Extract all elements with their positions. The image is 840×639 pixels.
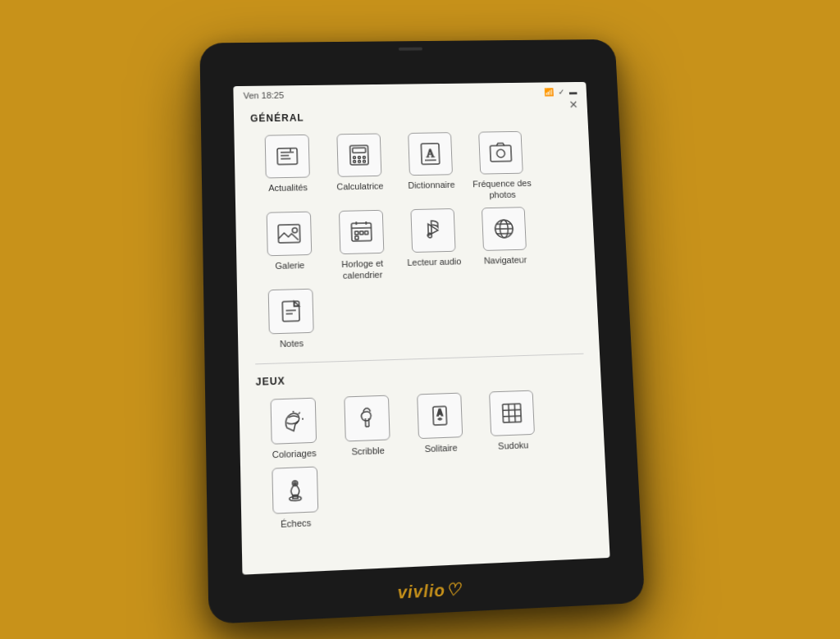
svg-rect-20 bbox=[355, 230, 358, 234]
app-coloriages[interactable]: Coloriages bbox=[256, 397, 331, 461]
jeux-apps-grid: Coloriages Scribble A Solit bbox=[256, 388, 591, 530]
horloge-icon bbox=[339, 209, 384, 253]
notes-icon bbox=[268, 288, 314, 334]
frequence-photos-label: Fréquence des photos bbox=[467, 177, 538, 201]
scribble-icon bbox=[344, 395, 390, 442]
coloriages-icon bbox=[271, 398, 317, 445]
actualites-label: Actualités bbox=[268, 181, 308, 194]
sudoku-label: Sudoku bbox=[498, 439, 529, 452]
navigateur-icon bbox=[482, 206, 527, 250]
svg-text:A: A bbox=[426, 147, 434, 159]
calculatrice-label: Calculatrice bbox=[336, 180, 383, 192]
svg-line-35 bbox=[509, 404, 509, 422]
solitaire-icon: A bbox=[417, 393, 463, 440]
svg-rect-22 bbox=[365, 230, 368, 234]
svg-rect-21 bbox=[360, 230, 363, 234]
svg-rect-32 bbox=[503, 404, 522, 422]
device-screen: Ven 18:25 📶 ✓ ▬ × GÉNÉRAL bbox=[233, 81, 609, 574]
lecteur-audio-icon bbox=[410, 208, 455, 252]
svg-rect-12 bbox=[490, 145, 511, 162]
horloge-label: Horloge et calendrier bbox=[326, 256, 399, 281]
app-lecteur-audio[interactable]: Lecteur audio bbox=[397, 208, 471, 280]
close-button[interactable]: × bbox=[569, 97, 578, 111]
top-notch bbox=[399, 47, 422, 50]
app-galerie[interactable]: Galerie bbox=[252, 210, 326, 283]
svg-point-5 bbox=[363, 156, 365, 158]
calculatrice-icon bbox=[336, 133, 381, 176]
app-frequence-photos[interactable]: Fréquence des photos bbox=[465, 130, 538, 201]
svg-point-3 bbox=[353, 156, 355, 158]
app-navigateur[interactable]: Navigateur bbox=[468, 206, 541, 278]
dictionnaire-label: Dictionnaire bbox=[408, 179, 455, 191]
echecs-icon bbox=[272, 466, 318, 513]
check-icon: ✓ bbox=[558, 87, 564, 95]
galerie-icon bbox=[267, 211, 313, 256]
time-display: Ven 18:25 bbox=[243, 90, 284, 100]
svg-point-6 bbox=[354, 160, 356, 162]
svg-line-33 bbox=[503, 410, 521, 411]
svg-line-17 bbox=[352, 227, 372, 228]
section-divider bbox=[255, 354, 583, 365]
svg-rect-14 bbox=[278, 224, 300, 242]
jeux-section-title: JEUX bbox=[256, 366, 585, 388]
svg-rect-23 bbox=[355, 235, 358, 239]
battery-icon: ▬ bbox=[569, 87, 578, 96]
notes-label: Notes bbox=[280, 337, 304, 349]
svg-point-4 bbox=[358, 156, 360, 158]
navigateur-label: Navigateur bbox=[484, 253, 527, 266]
screen-content: GÉNÉRAL Actualités Calculatr bbox=[234, 98, 610, 574]
actualites-icon bbox=[265, 134, 310, 178]
sudoku-icon bbox=[489, 390, 535, 436]
wifi-icon: 📶 bbox=[544, 87, 554, 96]
svg-point-8 bbox=[363, 160, 365, 162]
galerie-label: Galerie bbox=[275, 258, 304, 271]
app-solitaire[interactable]: A Solitaire bbox=[403, 392, 477, 455]
status-icons: 📶 ✓ ▬ bbox=[544, 87, 578, 96]
app-echecs[interactable]: Échecs bbox=[258, 465, 334, 531]
lecteur-audio-label: Lecteur audio bbox=[407, 255, 462, 268]
frequence-photos-icon bbox=[478, 130, 523, 174]
app-sudoku[interactable]: Sudoku bbox=[475, 390, 550, 453]
svg-rect-2 bbox=[353, 148, 366, 153]
app-calculatrice[interactable]: Calculatrice bbox=[322, 133, 396, 204]
svg-line-34 bbox=[503, 416, 521, 417]
app-dictionnaire[interactable]: A Dictionnaire bbox=[394, 131, 467, 202]
app-notes[interactable]: Notes bbox=[253, 288, 328, 350]
app-scribble[interactable]: Scribble bbox=[330, 395, 404, 459]
svg-text:A: A bbox=[436, 409, 443, 418]
solitaire-label: Solitaire bbox=[424, 441, 458, 454]
svg-line-36 bbox=[514, 404, 515, 422]
ereader-device: Ven 18:25 📶 ✓ ▬ × GÉNÉRAL bbox=[199, 39, 645, 623]
svg-point-13 bbox=[496, 149, 504, 157]
dictionnaire-icon: A bbox=[408, 132, 453, 176]
svg-point-7 bbox=[358, 160, 361, 162]
brand-label: vivlio♡ bbox=[397, 578, 462, 602]
app-horloge[interactable]: Horloge et calendrier bbox=[325, 209, 399, 281]
general-section-title: GÉNÉRAL bbox=[250, 108, 572, 124]
svg-point-15 bbox=[292, 227, 297, 232]
general-apps-grid: Actualités Calculatrice A D bbox=[251, 130, 583, 350]
scribble-label: Scribble bbox=[351, 445, 385, 458]
coloriages-label: Coloriages bbox=[272, 447, 317, 461]
echecs-label: Échecs bbox=[281, 516, 312, 529]
app-actualites[interactable]: Actualités bbox=[251, 134, 325, 205]
